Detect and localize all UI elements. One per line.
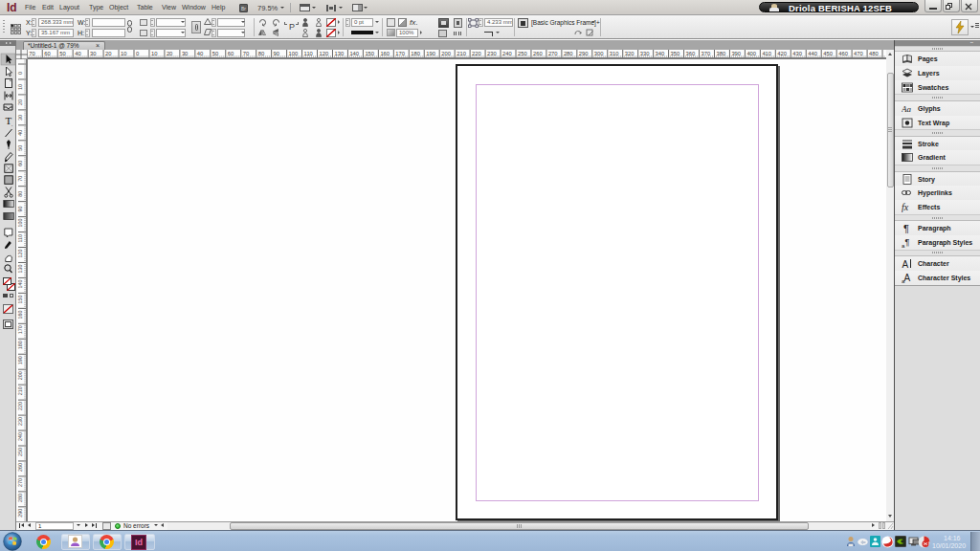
svg-text:160: 160 — [17, 310, 23, 319]
svg-text:380: 380 — [717, 51, 726, 56]
svg-text:60: 60 — [228, 51, 234, 56]
svg-text:¶: ¶ — [903, 223, 909, 233]
svg-text:350: 350 — [671, 51, 680, 56]
svg-text:¶: ¶ — [905, 237, 910, 247]
svg-text:140: 140 — [349, 51, 359, 56]
svg-text:190: 190 — [17, 356, 23, 364]
svg-text:60: 60 — [44, 51, 50, 56]
svg-text:90: 90 — [17, 207, 23, 212]
svg-text:230: 230 — [17, 417, 23, 426]
svg-text:180: 180 — [411, 51, 420, 56]
svg-text:220: 220 — [17, 402, 23, 410]
svg-text:70: 70 — [17, 176, 23, 182]
svg-text:30: 30 — [17, 115, 23, 121]
svg-text:250: 250 — [17, 448, 23, 456]
svg-text:50: 50 — [17, 145, 23, 151]
svg-text:470: 470 — [854, 51, 863, 56]
svg-text:30: 30 — [182, 51, 188, 56]
svg-text:250: 250 — [518, 51, 527, 56]
svg-text:40: 40 — [75, 51, 80, 56]
svg-text:370: 370 — [702, 51, 711, 56]
svg-text:Aa: Aa — [902, 104, 911, 114]
svg-text:20: 20 — [167, 51, 172, 56]
svg-text:80: 80 — [17, 191, 23, 197]
svg-text:150: 150 — [365, 51, 374, 56]
svg-text:210: 210 — [17, 386, 23, 395]
svg-text:400: 400 — [746, 51, 756, 56]
svg-text:fx: fx — [902, 202, 909, 212]
svg-text:130: 130 — [17, 265, 23, 274]
svg-text:360: 360 — [686, 51, 696, 56]
svg-text:340: 340 — [656, 51, 665, 56]
svg-text:0: 0 — [17, 72, 23, 75]
svg-text:10: 10 — [17, 84, 23, 90]
svg-text:60: 60 — [17, 161, 23, 166]
svg-text:150: 150 — [17, 295, 23, 303]
svg-text:90: 90 — [274, 51, 279, 56]
svg-text:200: 200 — [17, 371, 23, 380]
svg-text:270: 270 — [548, 51, 558, 56]
svg-text:110: 110 — [17, 234, 23, 243]
svg-text:160: 160 — [380, 51, 390, 56]
svg-text:260: 260 — [533, 51, 543, 56]
svg-text:460: 460 — [838, 51, 848, 56]
svg-text:430: 430 — [792, 51, 802, 56]
svg-text:170: 170 — [17, 325, 23, 334]
svg-text:20: 20 — [17, 99, 23, 105]
svg-text:50: 50 — [59, 51, 65, 56]
svg-text:230: 230 — [487, 51, 497, 56]
svg-text:170: 170 — [395, 51, 405, 56]
svg-text:10: 10 — [151, 51, 157, 56]
svg-text:220: 220 — [472, 51, 481, 56]
svg-text:40: 40 — [17, 130, 23, 136]
svg-text:A: A — [902, 259, 909, 270]
svg-text:100: 100 — [17, 219, 23, 228]
svg-text:260: 260 — [17, 463, 23, 472]
svg-text:30: 30 — [90, 51, 96, 56]
svg-text:310: 310 — [610, 51, 619, 56]
svg-text:10: 10 — [121, 51, 126, 56]
svg-text:390: 390 — [731, 51, 741, 56]
svg-text:A: A — [904, 273, 911, 283]
svg-text:20: 20 — [105, 51, 111, 56]
svg-text:280: 280 — [564, 51, 573, 56]
svg-text:240: 240 — [502, 51, 512, 56]
svg-text:300: 300 — [594, 51, 604, 56]
svg-text:0: 0 — [136, 51, 139, 56]
svg-text:70: 70 — [29, 51, 34, 56]
svg-text:70: 70 — [243, 51, 249, 56]
svg-text:440: 440 — [808, 51, 817, 56]
svg-text:80: 80 — [258, 51, 264, 56]
svg-text:270: 270 — [17, 478, 23, 487]
svg-text:,: , — [11, 121, 12, 127]
svg-text:130: 130 — [335, 51, 345, 56]
svg-text:40: 40 — [197, 51, 203, 56]
svg-text:120: 120 — [17, 250, 23, 258]
svg-text:410: 410 — [762, 51, 771, 56]
svg-text:330: 330 — [640, 51, 650, 56]
svg-text:320: 320 — [625, 51, 635, 56]
svg-text:240: 240 — [17, 432, 23, 441]
svg-text:100: 100 — [289, 51, 299, 56]
svg-text:140: 140 — [17, 279, 23, 288]
svg-text:200: 200 — [441, 51, 451, 56]
svg-text:120: 120 — [320, 51, 329, 56]
svg-text:110: 110 — [304, 51, 313, 56]
svg-text:290: 290 — [579, 51, 589, 56]
svg-text:480: 480 — [869, 51, 879, 56]
svg-text:420: 420 — [777, 51, 787, 56]
svg-text:50: 50 — [212, 51, 218, 56]
svg-text:280: 280 — [17, 494, 23, 502]
svg-text:210: 210 — [457, 51, 466, 56]
svg-text:290: 290 — [17, 509, 23, 518]
svg-text:190: 190 — [426, 51, 435, 56]
svg-text:180: 180 — [17, 341, 23, 349]
svg-text:450: 450 — [823, 51, 833, 56]
